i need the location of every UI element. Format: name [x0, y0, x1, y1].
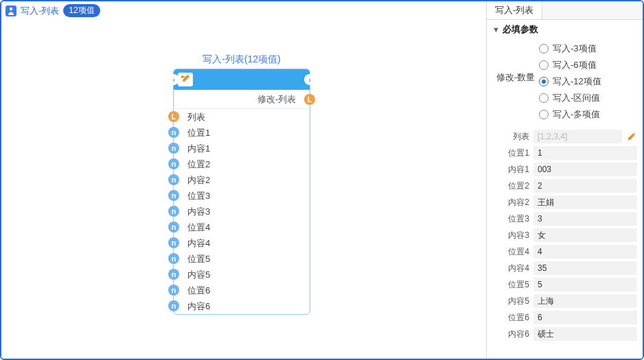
param-input[interactable]: 上海	[533, 294, 637, 308]
param-label: 位置3	[492, 213, 529, 225]
param-row: 内容6硕士	[492, 326, 637, 342]
input-port[interactable]: n	[168, 237, 179, 248]
chevron-right-icon[interactable]: ›	[168, 74, 179, 85]
input-port[interactable]: n	[168, 221, 179, 232]
node-input-row: L列表	[174, 109, 310, 125]
param-row: 位置33	[492, 211, 637, 227]
param-label: 内容1	[492, 164, 529, 176]
port-label: 内容6	[187, 300, 210, 313]
param-label: 位置5	[492, 279, 529, 291]
input-port[interactable]: n	[168, 253, 179, 264]
input-port[interactable]: n	[168, 269, 179, 280]
radio-option[interactable]: 写入-3项值	[539, 40, 637, 57]
param-row: 内容3女	[492, 227, 637, 243]
node-input-row: n内容6	[174, 298, 310, 314]
radio-column: 写入-3项值写入-6项值写入-12项值写入-区间值写入-多项值	[539, 40, 637, 123]
radio-option[interactable]: 写入-多项值	[539, 106, 637, 123]
section-header[interactable]: ▼ 必填参数	[487, 20, 643, 39]
node-wrap: 写入-列表(12项值) › › 修改-列表 L L列表n位置1n内容1n位置2n…	[173, 53, 310, 315]
param-input[interactable]: 003	[533, 163, 637, 176]
node-input-row: n位置4	[174, 219, 310, 235]
node-input-row: n位置3	[174, 188, 310, 204]
port-label: 位置2	[187, 158, 210, 171]
section-title: 必填参数	[503, 23, 538, 36]
pencil-icon	[178, 73, 193, 86]
radio-group: 修改-数量 写入-3项值写入-6项值写入-12项值写入-区间值写入-多项值	[487, 39, 643, 128]
param-row: 位置11	[492, 145, 637, 161]
radio-group-label: 修改-数量	[492, 40, 535, 123]
param-row: 列表[1,2,3,4]	[492, 128, 637, 145]
param-input[interactable]: 35	[533, 261, 637, 275]
node-input-row: n位置2	[174, 156, 310, 172]
input-port[interactable]: n	[168, 158, 179, 169]
node-sub-row: 修改-列表 L	[174, 90, 310, 109]
param-label: 位置4	[492, 246, 529, 258]
node-input-row: n内容5	[174, 267, 310, 283]
input-port[interactable]: n	[168, 143, 179, 154]
input-port[interactable]: n	[168, 300, 179, 311]
port-label: 内容2	[187, 174, 210, 187]
port-label: 内容4	[187, 237, 210, 250]
radio-label: 写入-区间值	[553, 92, 600, 104]
svg-rect-2	[181, 76, 184, 78]
input-port[interactable]: n	[168, 285, 179, 296]
param-input[interactable]: 6	[533, 311, 637, 324]
port-label: 位置3	[187, 190, 210, 202]
param-input[interactable]: 硕士	[533, 327, 637, 341]
radio-icon	[539, 93, 549, 103]
radio-option[interactable]: 写入-12项值	[539, 73, 637, 90]
param-input[interactable]: 4	[533, 245, 637, 259]
node-input-row: n内容4	[174, 235, 310, 251]
node-block[interactable]: › › 修改-列表 L L列表n位置1n内容1n位置2n内容2n位置3n内容3n…	[173, 69, 310, 315]
param-row: 位置55	[492, 276, 637, 293]
side-tab[interactable]: 写入-列表	[487, 1, 542, 19]
param-row: 内容5上海	[492, 293, 637, 309]
radio-label: 写入-多项值	[553, 108, 600, 121]
param-label: 内容6	[492, 328, 529, 340]
port-label: 位置5	[187, 253, 210, 265]
param-row: 位置22	[492, 178, 637, 194]
param-label: 内容3	[492, 230, 529, 241]
node-input-row: n位置1	[174, 125, 310, 141]
node-header-bar[interactable]: › ›	[174, 69, 310, 90]
param-label: 内容4	[492, 263, 529, 274]
port-label: 内容1	[187, 143, 210, 155]
edit-icon[interactable]	[626, 131, 637, 142]
param-input[interactable]: 1	[533, 146, 637, 160]
port-label: 内容5	[187, 269, 210, 281]
param-label: 内容5	[492, 296, 529, 307]
chevron-right-icon[interactable]: ›	[304, 74, 315, 85]
input-port[interactable]: n	[168, 174, 179, 185]
param-label: 位置6	[492, 312, 529, 324]
person-icon	[5, 5, 16, 16]
svg-point-0	[10, 7, 12, 10]
radio-icon	[539, 60, 549, 70]
param-input[interactable]: 5	[533, 278, 637, 291]
radio-option[interactable]: 写入-区间值	[539, 90, 637, 106]
input-port[interactable]: n	[168, 206, 179, 217]
side-panel: 写入-列表 ▼ 必填参数 修改-数量 写入-3项值写入-6项值写入-12项值写入…	[486, 1, 643, 359]
param-input[interactable]: 女	[533, 228, 637, 242]
node-input-row: n内容3	[174, 204, 310, 219]
canvas-area[interactable]: 写入-列表 12项值 写入-列表(12项值) › › 修改-列表 L L列表n位…	[1, 1, 486, 359]
port-rows: L列表n位置1n内容1n位置2n内容2n位置3n内容3n位置4n内容4n位置5n…	[174, 109, 310, 314]
param-row: 内容1003	[492, 161, 637, 178]
input-port[interactable]: n	[168, 127, 179, 138]
node-sub-label: 修改-列表	[257, 93, 296, 106]
output-port[interactable]: L	[304, 94, 315, 105]
node-input-row: n内容2	[174, 172, 310, 188]
canvas-badge: 12项值	[63, 4, 100, 17]
param-input[interactable]: 3	[533, 212, 637, 226]
input-port[interactable]: n	[168, 190, 179, 201]
param-label: 内容2	[492, 197, 529, 208]
param-input[interactable]: 2	[533, 179, 637, 193]
canvas-title: 写入-列表	[21, 5, 59, 17]
port-label: 位置6	[187, 285, 210, 297]
input-port[interactable]: L	[168, 111, 179, 122]
param-row: 位置66	[492, 309, 637, 326]
node-input-row: n位置6	[174, 283, 310, 298]
param-input[interactable]: [1,2,3,4]	[533, 130, 622, 143]
radio-option[interactable]: 写入-6项值	[539, 57, 637, 73]
app-root: 写入-列表 12项值 写入-列表(12项值) › › 修改-列表 L L列表n位…	[0, 0, 644, 360]
param-input[interactable]: 王娟	[533, 195, 637, 209]
